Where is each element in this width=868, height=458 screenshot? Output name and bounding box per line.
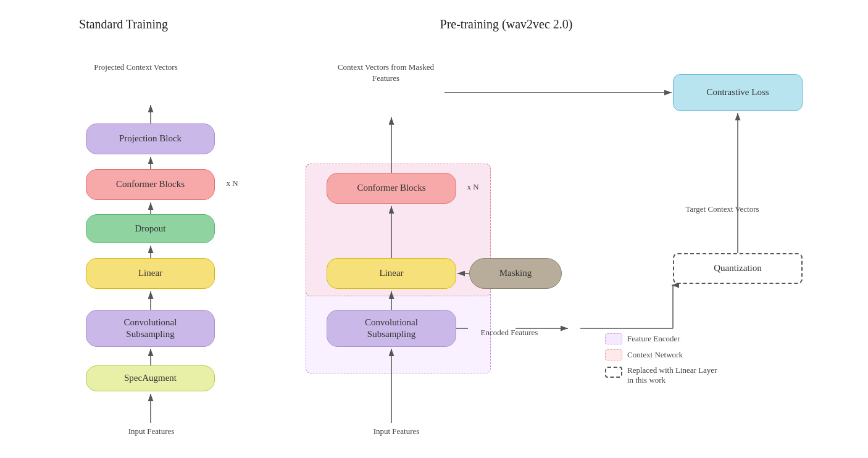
diagram-container: Standard Training Pre-training (wav2vec … (0, 0, 868, 458)
block-specaugment: SpecAugment (86, 365, 215, 391)
block-masking: Masking (469, 258, 562, 289)
block-contrastive-loss: Contrastive Loss (673, 74, 803, 111)
label-xn-left: x N (220, 178, 244, 189)
block-conv-sub-right: Convolutional Subsampling (327, 310, 456, 347)
block-conformer-right: Conformer Blocks (327, 173, 456, 204)
title-standard-training: Standard Training (31, 17, 216, 31)
legend-item-linear-layer: Replaced with Linear Layer in this work (605, 365, 717, 385)
block-linear-right: Linear (327, 258, 456, 289)
legend-item-feature-encoder: Feature Encoder (605, 333, 717, 344)
title-pretraining: Pre-training (wav2vec 2.0) (383, 17, 630, 31)
block-conformer-left: Conformer Blocks (86, 169, 215, 200)
label-input-features-right: Input Features (353, 426, 440, 437)
legend-item-context-network: Context Network (605, 349, 717, 360)
block-conv-sub-left: Convolutional Subsampling (86, 310, 215, 347)
block-quantization: Quantization (673, 253, 803, 284)
block-dropout: Dropout (86, 214, 215, 243)
block-projection: Projection Block (86, 123, 215, 154)
block-linear-left: Linear (86, 258, 215, 289)
label-projected-context: Projected Context Vectors (90, 62, 182, 73)
label-input-features-left: Input Features (108, 426, 194, 437)
legend: Feature Encoder Context Network Replaced… (605, 333, 717, 390)
label-xn-right: x N (461, 181, 485, 193)
label-encoded-features: Encoded Features (469, 327, 549, 338)
label-context-vectors-masked: Context Vectors from Masked Features (336, 62, 435, 84)
label-target-context: Target Context Vectors (673, 204, 772, 215)
